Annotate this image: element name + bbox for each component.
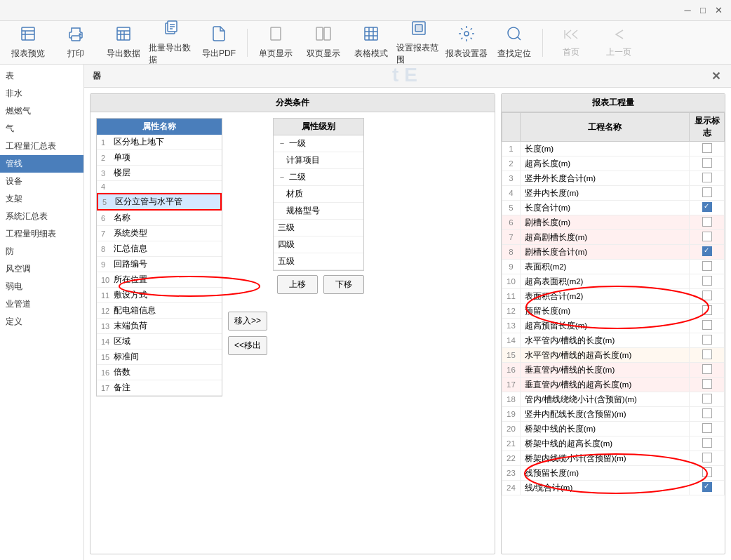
sidebar-item-support[interactable]: 支架: [0, 190, 83, 208]
report-row-checkbox[interactable]: [702, 305, 712, 315]
report-row-checkbox-cell[interactable]: [690, 348, 725, 363]
sidebar-item-pipe[interactable]: 管线: [0, 155, 83, 173]
report-row-checkbox[interactable]: [702, 276, 712, 286]
up-button[interactable]: 上移: [277, 275, 318, 294]
attr-row[interactable]: 11敷设方式: [97, 288, 222, 303]
report-row-checkbox[interactable]: [702, 438, 712, 448]
attr-row[interactable]: 13末端负荷: [97, 319, 222, 334]
sidebar-item-fire[interactable]: 防: [0, 243, 83, 260]
sidebar-item-hvac[interactable]: 风空调: [0, 260, 83, 278]
level-row[interactable]: －一级: [274, 135, 363, 152]
sidebar-item-nonwater[interactable]: 非水: [0, 85, 83, 102]
sidebar-item-industry-pipe[interactable]: 业管道: [0, 295, 83, 313]
report-row-checkbox-cell[interactable]: [690, 289, 725, 304]
sidebar-item-system-summary[interactable]: 系统汇总表: [0, 208, 83, 225]
report-row-checkbox[interactable]: [702, 232, 712, 241]
level-row[interactable]: 五级: [274, 253, 363, 270]
attr-row[interactable]: 9回路编号: [97, 257, 222, 272]
toolbar-preview[interactable]: 报表预览: [6, 24, 51, 62]
report-row-checkbox[interactable]: [702, 379, 712, 389]
sidebar-item-equipment[interactable]: 设备: [0, 173, 83, 190]
move-out-button[interactable]: <<移出: [228, 336, 267, 355]
attr-row[interactable]: 15标准间: [97, 349, 222, 365]
report-row-checkbox-cell[interactable]: [690, 201, 725, 215]
maximize-button[interactable]: □: [696, 4, 710, 18]
sidebar-item-table[interactable]: 表: [0, 67, 83, 85]
down-button[interactable]: 下移: [323, 275, 364, 294]
toolbar-table-mode[interactable]: 表格模式: [349, 24, 394, 62]
attr-row[interactable]: 16倍数: [97, 365, 222, 380]
attr-row[interactable]: 14区域: [97, 334, 222, 349]
report-row-checkbox-cell[interactable]: [690, 333, 725, 348]
attr-row[interactable]: 17备注: [97, 380, 222, 396]
report-row-checkbox[interactable]: [702, 349, 712, 359]
attr-row[interactable]: 7系统类型: [97, 226, 222, 241]
report-row-checkbox[interactable]: [702, 453, 712, 462]
report-row-checkbox-cell[interactable]: [690, 363, 725, 378]
report-row-checkbox[interactable]: [702, 202, 712, 212]
level-row[interactable]: 计算项目: [274, 152, 363, 169]
move-in-button[interactable]: 移入>>: [228, 312, 267, 331]
toolbar-print[interactable]: 打印: [53, 24, 98, 62]
attr-row[interactable]: 8汇总信息: [97, 241, 222, 257]
level-row[interactable]: 三级: [274, 220, 363, 236]
toolbar-find-locate[interactable]: 查找定位: [492, 24, 537, 62]
sidebar-item-quantity-summary[interactable]: 工程量汇总表: [0, 138, 83, 155]
report-row-checkbox-cell[interactable]: [690, 392, 725, 407]
toolbar-single-page[interactable]: 单页显示: [253, 24, 298, 62]
report-row-checkbox[interactable]: [702, 291, 712, 300]
report-row-checkbox[interactable]: [702, 261, 712, 271]
report-row-checkbox[interactable]: [702, 143, 712, 153]
dialog-close-button[interactable]: ✕: [709, 69, 723, 83]
report-row-checkbox[interactable]: [702, 408, 712, 418]
sidebar-item-blank[interactable]: 气: [0, 120, 83, 138]
sidebar-item-define[interactable]: 定义: [0, 313, 83, 331]
toolbar-export-pdf[interactable]: 导出PDF: [196, 24, 241, 62]
toolbar-prev-page[interactable]: 上一页: [596, 24, 641, 62]
report-row-checkbox[interactable]: [702, 217, 712, 227]
toolbar-export-data[interactable]: 导出数据: [101, 24, 146, 62]
report-row-checkbox-cell[interactable]: [690, 378, 725, 392]
minimize-button[interactable]: ─: [680, 4, 695, 18]
level-row[interactable]: 规格型号: [274, 203, 363, 220]
report-row-checkbox[interactable]: [702, 158, 712, 168]
attr-row[interactable]: 10所在位置: [97, 272, 222, 288]
attr-row[interactable]: 5区分立管与水平管: [97, 193, 222, 211]
attr-row[interactable]: 3楼层: [97, 166, 222, 181]
report-row-checkbox[interactable]: [702, 482, 712, 492]
attr-row[interactable]: 2单项: [97, 150, 222, 166]
report-row-checkbox-cell[interactable]: [690, 466, 725, 481]
toolbar-set-range[interactable]: 设置报表范围: [396, 24, 441, 62]
toolbar-report-settings[interactable]: 报表设置器: [444, 24, 489, 62]
report-row-checkbox-cell[interactable]: [690, 186, 725, 201]
report-row-checkbox[interactable]: [702, 394, 712, 404]
report-row-checkbox-cell[interactable]: [690, 156, 725, 171]
report-row-checkbox[interactable]: [702, 320, 712, 330]
report-row-checkbox[interactable]: [702, 173, 712, 182]
sidebar-item-quantity-detail[interactable]: 工程量明细表: [0, 225, 83, 243]
report-row-checkbox-cell[interactable]: [690, 171, 725, 186]
sidebar-item-weak-current[interactable]: 弱电: [0, 278, 83, 295]
attr-row[interactable]: 1区分地上地下: [97, 135, 222, 150]
report-row-checkbox[interactable]: [702, 335, 712, 345]
toolbar-double-page[interactable]: 双页显示: [301, 24, 346, 62]
report-row-checkbox-cell[interactable]: [690, 436, 725, 451]
report-row-checkbox-cell[interactable]: [690, 142, 725, 156]
report-row-checkbox-cell[interactable]: [690, 422, 725, 436]
sidebar-item-fuel[interactable]: 燃燃气: [0, 102, 83, 120]
report-row-checkbox[interactable]: [702, 246, 712, 256]
report-row-checkbox[interactable]: [702, 467, 712, 477]
toolbar-first-page[interactable]: 首页: [549, 24, 593, 62]
level-row[interactable]: 材质: [274, 186, 363, 203]
attr-row[interactable]: 6名称: [97, 211, 222, 226]
attr-row[interactable]: 4: [97, 181, 222, 193]
close-button[interactable]: ✕: [711, 4, 725, 18]
report-row-checkbox-cell[interactable]: [690, 451, 725, 466]
report-row-checkbox-cell[interactable]: [690, 274, 725, 289]
report-row-checkbox[interactable]: [702, 423, 712, 433]
report-row-checkbox-cell[interactable]: [690, 260, 725, 274]
report-row-checkbox-cell[interactable]: [690, 245, 725, 260]
toolbar-batch-export[interactable]: 批量导出数据: [149, 24, 194, 62]
report-row-checkbox-cell[interactable]: [690, 215, 725, 230]
report-row-checkbox[interactable]: [702, 364, 712, 374]
